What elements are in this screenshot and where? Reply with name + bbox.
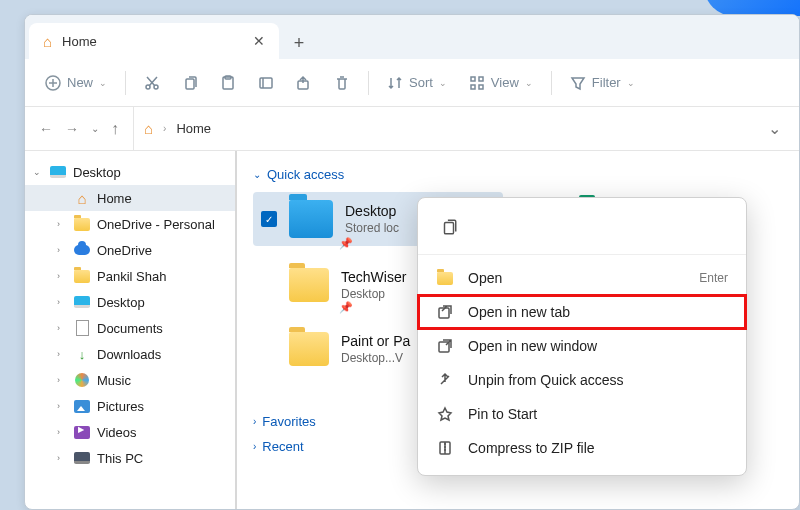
chevron-down-icon: ⌄ [253, 169, 261, 180]
sidebar-item-label: Pankil Shah [97, 269, 166, 284]
unpin-icon [436, 371, 454, 389]
ctx-open-in-new-window[interactable]: Open in new window [418, 329, 746, 363]
folder-yellow-icon [289, 332, 329, 366]
new-tab-button[interactable]: + [283, 27, 315, 59]
folder-icon [73, 267, 91, 285]
chevron-icon: › [57, 245, 67, 255]
sidebar-item-downloads[interactable]: ›↓Downloads [25, 341, 235, 367]
main-pane: ⌄ Quick access ✓ Desktop Stored loc 📌 [237, 151, 799, 509]
sidebar-item-label: This PC [97, 451, 143, 466]
sidebar-item-onedrive-personal[interactable]: ›OneDrive - Personal [25, 211, 235, 237]
chevron-right-icon: › [253, 441, 256, 452]
cut-button[interactable] [134, 69, 170, 97]
ctx-open-in-new-tab[interactable]: Open in new tab [418, 295, 746, 329]
tab-bar: ⌂ Home ✕ + [25, 15, 799, 59]
sidebar-item-this-pc[interactable]: ›This PC [25, 445, 235, 471]
sidebar-item-home[interactable]: ⌂Home [25, 185, 235, 211]
sidebar-item-desktop[interactable]: ›Desktop [25, 289, 235, 315]
music-icon [73, 371, 91, 389]
view-button[interactable]: View ⌄ [459, 69, 543, 97]
section-quick-access[interactable]: ⌄ Quick access [253, 167, 783, 182]
chevron-icon: › [57, 271, 67, 281]
svg-rect-6 [260, 78, 272, 88]
down-icon: ↓ [73, 345, 91, 363]
sidebar-item-pankil-shah[interactable]: ›Pankil Shah [25, 263, 235, 289]
svg-rect-9 [479, 77, 483, 81]
ctx-item-label: Open in new window [468, 338, 597, 354]
ctx-item-label: Open [468, 270, 502, 286]
copy-button[interactable] [172, 69, 208, 97]
back-button[interactable]: ← [39, 121, 53, 137]
ctx-copy-button[interactable] [432, 210, 466, 244]
paste-button[interactable] [210, 69, 246, 97]
home-icon: ⌂ [43, 33, 52, 50]
ctx-open[interactable]: OpenEnter [418, 261, 746, 295]
sidebar-item-label: Home [97, 191, 132, 206]
chevron-icon: › [57, 401, 67, 411]
chevron-icon: › [57, 219, 67, 229]
nav-row: ← → ⌄ ↑ ⌂ › Home ⌄ [25, 107, 799, 151]
folder-blue-icon [289, 200, 333, 238]
forward-button[interactable]: → [65, 121, 79, 137]
ctx-compress-to-zip-file[interactable]: Compress to ZIP file [418, 431, 746, 465]
pinstart-icon [436, 405, 454, 423]
recent-locations-button[interactable]: ⌄ [91, 123, 99, 134]
pc-icon [73, 449, 91, 467]
tab-home[interactable]: ⌂ Home ✕ [29, 23, 279, 59]
ctx-unpin-from-quick-access[interactable]: Unpin from Quick access [418, 363, 746, 397]
tab-title: Home [62, 34, 97, 49]
sidebar-item-videos[interactable]: ›Videos [25, 419, 235, 445]
sidebar-item-pictures[interactable]: ›Pictures [25, 393, 235, 419]
sidebar-item-label: OneDrive [97, 243, 152, 258]
doc-icon [73, 319, 91, 337]
pin-icon: 📌 [339, 301, 353, 314]
cloud-icon [73, 241, 91, 259]
rename-button[interactable] [248, 69, 284, 97]
sidebar-label: Desktop [73, 165, 121, 180]
checkbox-checked[interactable]: ✓ [261, 211, 277, 227]
breadcrumb-location[interactable]: Home [176, 121, 211, 136]
folder-icon [73, 215, 91, 233]
newtab-icon [436, 303, 454, 321]
sidebar-item-documents[interactable]: ›Documents [25, 315, 235, 341]
chevron-icon: › [57, 453, 67, 463]
content-area: ⌄ Desktop ⌂Home›OneDrive - Personal›OneD… [25, 151, 799, 509]
chevron-icon: › [57, 375, 67, 385]
sidebar-item-desktop-root[interactable]: ⌄ Desktop [25, 159, 235, 185]
delete-button[interactable] [324, 69, 360, 97]
breadcrumb-chevron: › [163, 123, 166, 134]
address-expand-button[interactable]: ⌄ [768, 119, 789, 138]
address-bar[interactable]: ⌂ › Home ⌄ [133, 107, 799, 150]
svg-rect-10 [471, 85, 475, 89]
svg-rect-3 [186, 79, 194, 89]
share-button[interactable] [286, 69, 322, 97]
sidebar-item-music[interactable]: ›Music [25, 367, 235, 393]
desktop-icon [50, 166, 66, 178]
desktop-icon [73, 293, 91, 311]
file-explorer-window: ⌂ Home ✕ + New ⌄ Sort ⌄ View ⌄ [24, 14, 800, 510]
chevron-right-icon: › [253, 416, 256, 427]
pic-icon [73, 397, 91, 415]
sidebar-item-label: OneDrive - Personal [97, 217, 215, 232]
sidebar-item-onedrive[interactable]: ›OneDrive [25, 237, 235, 263]
sidebar-item-label: Downloads [97, 347, 161, 362]
nav-arrows: ← → ⌄ ↑ [25, 120, 133, 138]
svg-rect-8 [471, 77, 475, 81]
newwin-icon [436, 337, 454, 355]
up-button[interactable]: ↑ [111, 120, 119, 138]
context-menu: OpenEnterOpen in new tabOpen in new wind… [417, 197, 747, 476]
filter-button[interactable]: Filter ⌄ [560, 69, 645, 97]
svg-rect-11 [479, 85, 483, 89]
close-tab-button[interactable]: ✕ [253, 33, 265, 49]
toolbar: New ⌄ Sort ⌄ View ⌄ Filter ⌄ [25, 59, 799, 107]
ctx-item-label: Unpin from Quick access [468, 372, 624, 388]
chevron-icon: › [57, 349, 67, 359]
new-button[interactable]: New ⌄ [35, 69, 117, 97]
sidebar-item-label: Videos [97, 425, 137, 440]
sort-button[interactable]: Sort ⌄ [377, 69, 457, 97]
svg-rect-12 [445, 223, 454, 234]
pin-icon: 📌 [339, 237, 353, 250]
home-icon: ⌂ [73, 189, 91, 207]
vid-icon [73, 423, 91, 441]
ctx-pin-to-start[interactable]: Pin to Start [418, 397, 746, 431]
